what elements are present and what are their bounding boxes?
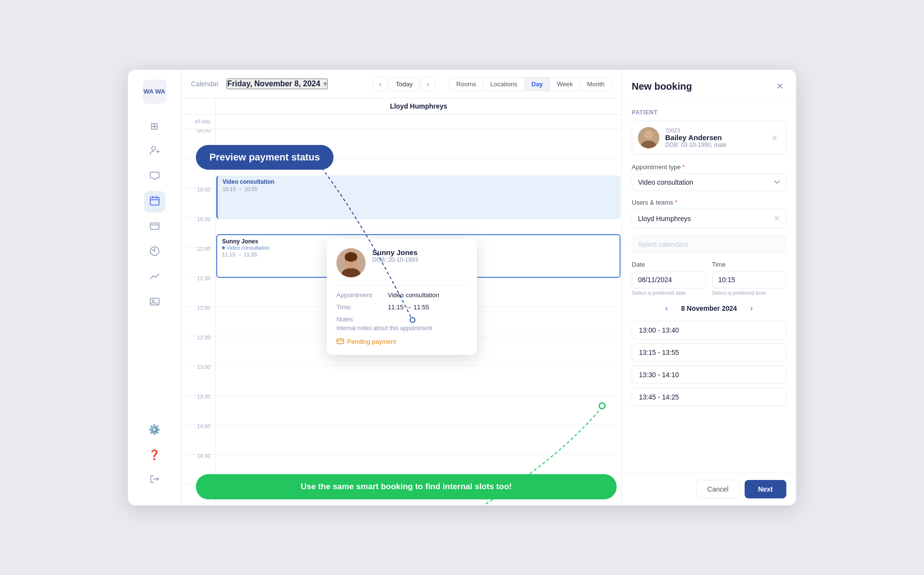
calendar-header: Calendar Friday, November 8, 2024 ▾ ‹ To… [181, 70, 621, 98]
time-grid: 09:00 09:30 10:00 10:30 [181, 129, 621, 505]
calendar-nav: ‹ Today › [373, 77, 435, 91]
appt-type-label: Appointment type * [632, 163, 786, 171]
date-time-row: Date Select a preferred date Time Select… [632, 261, 786, 296]
slot-1400[interactable] [215, 425, 621, 454]
current-date: Friday, November 8, 2024 [227, 80, 320, 88]
appt-type-group: Appointment type * Video consultation [632, 163, 786, 191]
sidebar: WA WA ⊞ [128, 70, 181, 505]
patient-card: 70023 Bailey Andersen DOB: 03-10-1990, m… [632, 121, 786, 155]
event-title-1: Video consultation [223, 178, 616, 185]
select-calendars-field[interactable]: Select calendars [632, 236, 786, 253]
patients-icon [149, 145, 160, 158]
sidebar-item-settings[interactable]: ⚙️ [144, 419, 165, 440]
sidebar-item-messages[interactable] [144, 166, 165, 187]
prev-date-button[interactable]: ‹ [660, 302, 673, 315]
sidebar-item-dashboard[interactable]: ⊞ [144, 115, 165, 137]
svg-point-13 [345, 252, 357, 262]
sidebar-item-analytics[interactable] [144, 267, 165, 288]
dashboard-icon: ⊞ [150, 120, 159, 132]
patient-id: 70023 [665, 128, 763, 133]
sidebar-item-calendar[interactable] [144, 191, 165, 212]
date-label: Date [632, 261, 706, 268]
tooltip-divider [336, 285, 467, 286]
date-selector-button[interactable]: Friday, November 8, 2024 ▾ [226, 79, 328, 89]
time-slot-2[interactable]: 13:15 - 13:55 [632, 343, 786, 362]
time-field-group: Time Select a preferred time [712, 261, 787, 296]
svg-rect-14 [337, 339, 344, 344]
time-label-1400: 14:00 [181, 421, 215, 454]
svg-rect-2 [158, 150, 159, 153]
time-label-1330: 13:30 [181, 392, 215, 425]
locations-view-button[interactable]: Locations [483, 78, 525, 91]
panel-title: New booking [632, 81, 692, 92]
panel-close-button[interactable]: ✕ [773, 80, 786, 93]
sidebar-item-reports[interactable] [144, 241, 165, 263]
time-label-1230: 12:30 [181, 333, 215, 366]
sidebar-item-help[interactable]: ❓ [144, 444, 165, 465]
tooltip-patient-avatar [336, 248, 366, 277]
tooltip-payment-status: Pending payment [336, 337, 467, 345]
next-button[interactable]: Next [745, 480, 786, 498]
right-panel: New booking ✕ Patient 70023 Bailey Ander… [621, 70, 796, 505]
nav-date-label: 8 November 2024 [681, 304, 737, 312]
tooltip-appointment-row: Appointment Video consultation [336, 291, 467, 299]
event-video-consultation[interactable]: Video consultation 10:15 → 10:55 [216, 176, 621, 219]
day-column-header: Lloyd Humphreys [215, 98, 621, 114]
tooltip-time-row: Time: 11:15 → 11:55 [336, 303, 467, 311]
month-view-button[interactable]: Month [580, 78, 611, 91]
next-day-button[interactable]: › [421, 77, 435, 91]
app-logo[interactable]: WA WA [143, 80, 167, 104]
tooltip-time-label: Time: [336, 303, 380, 311]
logout-icon [149, 474, 160, 487]
time-label-1300: 13:00 [181, 362, 215, 395]
time-slot-1[interactable]: 13:00 - 13:40 [632, 321, 786, 339]
tooltip-notes-label: Notes [336, 316, 467, 323]
next-date-button[interactable]: › [745, 302, 758, 315]
help-icon: ❓ [148, 449, 160, 461]
time-gutter [181, 98, 215, 114]
users-tag-area: Lloyd Humphreys ✕ [632, 209, 786, 228]
calendar-scroll[interactable]: 09:00 09:30 10:00 10:30 [181, 129, 621, 505]
svg-point-18 [644, 130, 653, 139]
day-view-button[interactable]: Day [525, 78, 550, 91]
view-group: Rooms Locations Day Week Month [449, 77, 612, 91]
time-slot-4[interactable]: 13:45 - 14:25 [632, 388, 786, 406]
time-label-1030: 10:30 [181, 214, 215, 247]
callout-green-bubble: Use the same smart booking to find inter… [196, 474, 617, 499]
appt-type-select[interactable]: Video consultation [632, 174, 786, 191]
date-input[interactable] [632, 271, 706, 288]
sidebar-item-media[interactable] [144, 292, 165, 313]
remove-user-button[interactable]: ✕ [774, 214, 780, 223]
time-input[interactable] [712, 271, 787, 288]
sidebar-item-patients[interactable] [144, 141, 165, 162]
week-view-button[interactable]: Week [550, 78, 580, 91]
patient-info: 70023 Bailey Andersen DOB: 03-10-1990, m… [665, 128, 763, 148]
slot-1330[interactable] [215, 396, 621, 425]
tooltip-patient-info: Sunny Jones DOB: 20-10-1993 [372, 248, 418, 277]
today-button[interactable]: Today [388, 77, 420, 91]
rooms-view-button[interactable]: Rooms [449, 78, 483, 91]
svg-point-7 [152, 300, 154, 302]
tooltip-notes-value: Internal notes about this appointment [336, 325, 467, 332]
slot-1300[interactable] [215, 366, 621, 395]
remove-patient-button[interactable]: ✕ [768, 132, 780, 144]
time-label-1130: 11:30 [181, 273, 215, 306]
settings-icon: ⚙️ [148, 424, 160, 435]
logo-text: WA WA [143, 88, 165, 96]
sidebar-item-logout[interactable] [144, 469, 165, 491]
tooltip-header: Sunny Jones DOB: 20-10-1993 [336, 248, 467, 277]
calendar-icon [149, 195, 160, 208]
callout-blue-bubble: Preview payment status [196, 145, 334, 170]
tooltip-appt-value: Video consultation [388, 291, 439, 299]
tooltip-patient-dob: DOB: 20-10-1993 [372, 256, 418, 263]
date-nav: ‹ 8 November 2024 › [632, 302, 786, 315]
time-row-1300: 13:00 [181, 366, 621, 396]
cancel-button[interactable]: Cancel [696, 480, 740, 498]
tooltip-time-value: 11:15 → 11:55 [388, 303, 429, 311]
sidebar-item-billing[interactable] [144, 216, 165, 238]
time-label-1100: 11:00 [181, 244, 215, 277]
time-row-1330: 13:30 [181, 396, 621, 425]
time-slot-3[interactable]: 13:30 - 14:10 [632, 366, 786, 384]
users-tag-value: Lloyd Humphreys [638, 215, 691, 223]
prev-day-button[interactable]: ‹ [373, 77, 387, 91]
